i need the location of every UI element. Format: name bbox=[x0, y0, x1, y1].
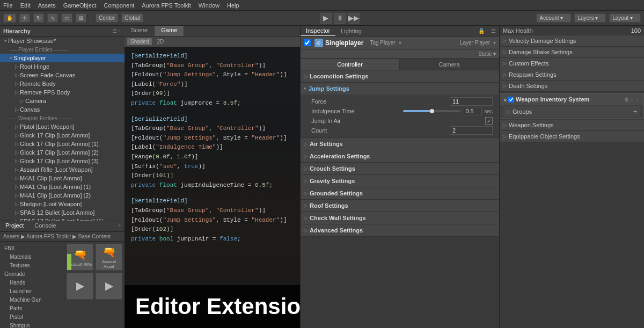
count-input[interactable] bbox=[450, 126, 493, 135]
proj-parts[interactable]: Parts bbox=[0, 304, 64, 312]
h-camera[interactable]: ▷ Camera bbox=[0, 97, 125, 105]
proj-machinegun[interactable]: Machine Gun bbox=[0, 295, 64, 304]
inspector-menu-icon[interactable]: ☰ bbox=[488, 27, 499, 35]
h-glock1[interactable]: ▷ Glock 17 Clip [Loot Ammo] bbox=[0, 131, 125, 140]
menu-help[interactable]: Help bbox=[227, 2, 239, 9]
console-tab[interactable]: Console bbox=[29, 221, 61, 231]
inspector-lock-icon[interactable]: 🔒 bbox=[475, 27, 488, 35]
project-add-icon[interactable]: + bbox=[115, 221, 125, 231]
roof-header[interactable]: ▷ Roof Settings bbox=[301, 200, 499, 212]
inspector-tab[interactable]: Inspector bbox=[301, 26, 335, 36]
account-dropdown[interactable]: Account ▾ bbox=[536, 13, 571, 23]
h-spas1[interactable]: ▷ SPAS 12 Bullet [Loot Ammo] bbox=[0, 208, 125, 217]
h-m4a1-1[interactable]: ▷ M4A1 Clip [Loot Ammo] (1) bbox=[0, 183, 125, 191]
toolbar-hand[interactable]: ✋ bbox=[3, 13, 16, 23]
acceleration-header[interactable]: ▷ Acceleration Settings bbox=[301, 150, 499, 162]
proj-pistol[interactable]: Pistol bbox=[0, 312, 64, 321]
h-spas2[interactable]: ▷ SPAS 12 Bullet [Loot Ammo] (1) bbox=[0, 217, 125, 221]
toolbar-scale[interactable]: ⤡ bbox=[47, 13, 58, 23]
weapon-inv-checkbox[interactable] bbox=[508, 97, 514, 103]
force-input[interactable] bbox=[450, 97, 493, 106]
lighting-tab[interactable]: Lighting bbox=[335, 27, 367, 35]
step-button[interactable]: ▶▶ bbox=[348, 13, 360, 24]
death-header[interactable]: ▷ Death Settings bbox=[500, 81, 644, 91]
asset-assault-rifle[interactable]: 🔫 Assault Rifle bbox=[67, 244, 93, 271]
h-root-hinge[interactable]: ▷ Root Hinge bbox=[0, 62, 125, 71]
crouch-header[interactable]: ▷ Crouch Settings bbox=[301, 163, 499, 174]
h-glock2[interactable]: ▷ Glock 17 Clip [Loot Ammo] (1) bbox=[0, 140, 125, 148]
checkwall-header[interactable]: ▷ Check Wall Settings bbox=[301, 212, 499, 224]
menu-component[interactable]: Component bbox=[104, 2, 134, 9]
layout-dropdown[interactable]: Layout ▾ bbox=[609, 13, 641, 23]
weapon-settings-header[interactable]: ▷ Weapon Settings bbox=[500, 120, 644, 130]
h-m4a1[interactable]: ▷ M4A1 Clip [Loot Ammo] bbox=[0, 174, 125, 183]
menu-aurora[interactable]: Aurora FPS Toolkit bbox=[142, 2, 191, 9]
toolbar-move[interactable]: ✛ bbox=[19, 13, 30, 23]
project-tab[interactable]: Project bbox=[0, 221, 29, 231]
advanced-header[interactable]: ▷ Advanced Settings bbox=[301, 224, 499, 236]
h-glock4[interactable]: ▷ Glock 17 Clip [Loot Ammo] (3) bbox=[0, 157, 125, 165]
jump-header[interactable]: ▾ Jump Settings bbox=[301, 83, 499, 94]
pause-button[interactable]: ⏸ bbox=[334, 13, 346, 24]
grounded-header[interactable]: ▷ Grounded Settings bbox=[301, 187, 499, 199]
groups-add-icon[interactable]: + bbox=[633, 108, 637, 115]
layer-dropdown-icon[interactable]: ▾ bbox=[493, 40, 496, 46]
h-glock3[interactable]: ▷ Glock 17 Clip [Loot Ammo] (2) bbox=[0, 148, 125, 157]
custom-effects-header[interactable]: ▷ Custom Effects bbox=[500, 58, 644, 69]
h-player-entities: ---- Player Entities -------- bbox=[0, 45, 125, 54]
h-pistol[interactable]: ▷ Pistol [Loot Weapon] bbox=[0, 122, 125, 131]
groups-header[interactable]: ▷ Groups + bbox=[503, 106, 640, 117]
toolbar-rect[interactable]: ▭ bbox=[61, 13, 72, 23]
shaded-btn[interactable]: Shaded bbox=[127, 38, 152, 46]
velocity-damage-header[interactable]: ▷ Velocity Damage Settings bbox=[500, 35, 644, 46]
menu-gameobject[interactable]: GameObject bbox=[63, 2, 97, 9]
proj-hands[interactable]: Hands bbox=[0, 278, 64, 287]
h-shotgun[interactable]: ▷ Shotgun [Loot Weapon] bbox=[0, 200, 125, 208]
gravity-header[interactable]: ▷ Gravity Settings bbox=[301, 175, 499, 187]
indulgence-slider[interactable] bbox=[403, 110, 460, 112]
h-remove-fps-body[interactable]: ▷ Remove FPS Body bbox=[0, 88, 125, 97]
proj-shotgun[interactable]: Shotgun bbox=[0, 321, 64, 328]
menu-window[interactable]: Window bbox=[199, 2, 219, 9]
h-screen-fade[interactable]: ▷ Screen Fade Canvas bbox=[0, 71, 125, 79]
h-player-showcase[interactable]: ▾ Player Showcase* bbox=[0, 37, 125, 45]
h-m4a1-2[interactable]: ▷ M4A1 Clip [Loot Ammo] (2) bbox=[0, 191, 125, 200]
h-canvas[interactable]: ▷ Canvas bbox=[0, 105, 125, 114]
asset-play2[interactable]: ▶ bbox=[96, 273, 122, 300]
asset-assault-2[interactable]: 🔫 Assault Asset bbox=[96, 244, 122, 271]
h-assault[interactable]: ▷ Assault Rifle [Loot Weapon] bbox=[0, 165, 125, 174]
controller-tab[interactable]: Controller bbox=[301, 59, 400, 70]
respawn-header[interactable]: ▷ Respawn Settings bbox=[500, 69, 644, 80]
h-remote-body[interactable]: ▷ Remote Body bbox=[0, 79, 125, 88]
weapon-inventory-header[interactable]: ■ Weapon Inventory System ⚙ ↑ ⋮ bbox=[500, 93, 643, 105]
asset-play1[interactable]: ▶ bbox=[67, 273, 93, 300]
toolbar-center[interactable]: Center bbox=[96, 13, 118, 23]
proj-fbx[interactable]: FBX bbox=[0, 244, 64, 252]
proj-grenade[interactable]: Grenade bbox=[0, 269, 64, 278]
indulgence-value-input[interactable] bbox=[463, 107, 482, 115]
equippable-header[interactable]: ▷ Equippable Object Settings bbox=[500, 131, 644, 142]
menu-assets[interactable]: Assets bbox=[38, 2, 56, 9]
jump-in-air-checkbox[interactable]: ✓ bbox=[485, 117, 493, 125]
damage-shake-header[interactable]: ▷ Damage Shake Settings bbox=[500, 47, 644, 57]
camera-tab[interactable]: Camera bbox=[400, 59, 499, 70]
proj-launcher[interactable]: Launcher bbox=[0, 287, 64, 295]
scene-tab-scene[interactable]: Scene bbox=[125, 26, 155, 36]
locomotion-header[interactable]: ▷ Locomotion Settings bbox=[301, 70, 499, 82]
hierarchy-menu-icon[interactable]: ☰ bbox=[113, 28, 117, 34]
scene-tab-game[interactable]: Game bbox=[155, 26, 184, 36]
proj-materials[interactable]: Materials bbox=[0, 252, 64, 261]
menu-file[interactable]: File bbox=[3, 2, 13, 9]
toolbar-rotate[interactable]: ↻ bbox=[33, 13, 44, 23]
object-active-checkbox[interactable] bbox=[304, 39, 311, 46]
toolbar-transform[interactable]: ⊞ bbox=[76, 13, 86, 23]
play-button[interactable]: ▶ bbox=[320, 13, 332, 24]
proj-textures[interactable]: Textures bbox=[0, 261, 64, 269]
layers-dropdown[interactable]: Layers ▾ bbox=[574, 13, 606, 23]
menu-edit[interactable]: Edit bbox=[20, 2, 31, 9]
tag-dropdown-icon[interactable]: ▾ bbox=[399, 40, 401, 46]
h-singleplayer[interactable]: ▾ Singleplayer bbox=[0, 54, 125, 62]
toolbar-global[interactable]: Global bbox=[121, 13, 143, 23]
air-header[interactable]: ▷ Air Settings bbox=[301, 138, 499, 150]
hierarchy-add-icon[interactable]: + bbox=[119, 28, 121, 34]
